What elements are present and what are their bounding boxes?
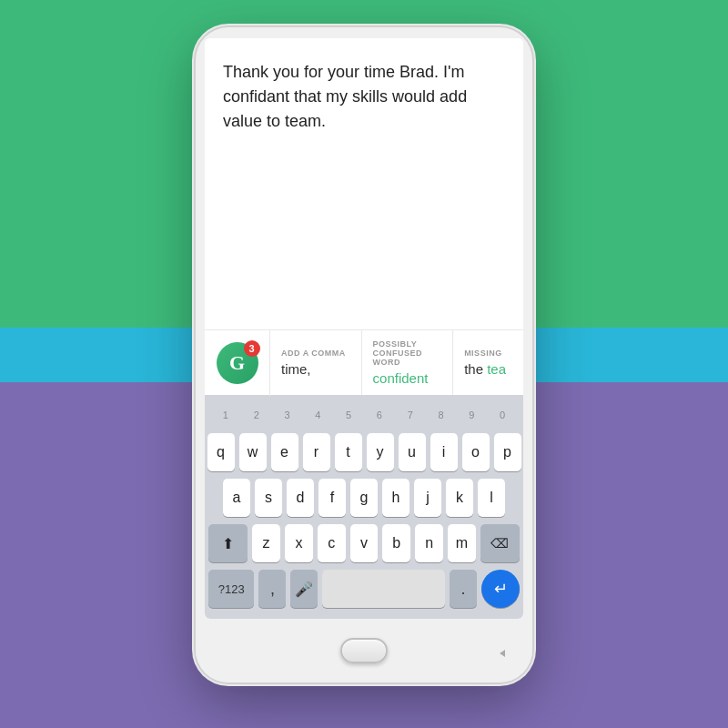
key-a[interactable]: a: [223, 479, 250, 517]
key-y[interactable]: y: [367, 433, 394, 471]
num-hint-1: 1: [210, 402, 241, 428]
key-v[interactable]: v: [350, 524, 379, 562]
phone-frame: Thank you for your time Brad. I'm confid…: [196, 27, 532, 682]
suggestion-bar: G 3 ADD A COMMA time, POSSIBLY CONFUSED …: [205, 329, 523, 395]
keyboard-row-1: q w e r t y u i o p: [208, 433, 520, 471]
key-j[interactable]: j: [414, 479, 441, 517]
key-c[interactable]: c: [318, 524, 346, 562]
num-hint-0: 0: [487, 402, 518, 428]
mic-key[interactable]: 🎤: [290, 570, 318, 608]
num-hint-5: 5: [333, 402, 364, 428]
keyboard: 1 2 3 4 5 6 7 8 9 0 q w e r t y u i: [205, 395, 523, 619]
phone-screen: Thank you for your time Brad. I'm confid…: [205, 38, 523, 619]
key-z[interactable]: z: [252, 524, 280, 562]
period-key[interactable]: .: [450, 570, 477, 608]
suggestion-word: tea: [487, 361, 506, 377]
back-icon: [494, 646, 509, 661]
home-button[interactable]: [340, 638, 388, 663]
key-w[interactable]: w: [239, 433, 267, 471]
space-key[interactable]: [322, 570, 445, 608]
suggestion-cards: ADD A COMMA time, POSSIBLY CONFUSED WORD…: [270, 330, 523, 395]
num-hint-6: 6: [364, 402, 395, 428]
keyboard-row-3: ⬆ z x c v b n m ⌫: [208, 524, 520, 562]
suggestion-value-3: the tea: [464, 361, 512, 377]
key-e[interactable]: e: [271, 433, 298, 471]
number-hints-row: 1 2 3 4 5 6 7 8 9 0: [208, 402, 520, 428]
key-g[interactable]: g: [350, 479, 378, 517]
phone-bottom: [196, 619, 532, 682]
return-icon: ↵: [494, 579, 508, 599]
key-t[interactable]: t: [335, 433, 362, 471]
key-d[interactable]: d: [287, 479, 314, 517]
key-f[interactable]: f: [318, 479, 346, 517]
key-n[interactable]: n: [415, 524, 443, 562]
suggestion-label-2: POSSIBLY CONFUSED WORD: [373, 339, 442, 367]
key-u[interactable]: u: [399, 433, 426, 471]
num-hint-4: 4: [302, 402, 333, 428]
key-m[interactable]: m: [448, 524, 476, 562]
num-hint-3: 3: [272, 402, 303, 428]
key-o[interactable]: o: [462, 433, 490, 471]
key-h[interactable]: h: [382, 479, 410, 517]
numbers-key[interactable]: ?123: [208, 570, 254, 608]
shift-icon: ⬆: [222, 535, 234, 552]
key-i[interactable]: i: [430, 433, 458, 471]
suggestion-text-1: time,: [281, 361, 311, 377]
suggestion-card-comma[interactable]: ADD A COMMA time,: [270, 330, 362, 395]
num-hint-2: 2: [241, 402, 272, 428]
num-hint-9: 9: [456, 402, 487, 428]
key-b[interactable]: b: [382, 524, 410, 562]
backspace-icon: ⌫: [490, 536, 509, 551]
key-l[interactable]: l: [478, 479, 505, 517]
message-text: Thank you for your time Brad. I'm confid…: [223, 60, 505, 134]
shift-key[interactable]: ⬆: [208, 524, 248, 562]
suggestion-card-missing[interactable]: MISSING the tea: [453, 330, 523, 395]
key-x[interactable]: x: [285, 524, 313, 562]
key-k[interactable]: k: [446, 479, 473, 517]
backspace-key[interactable]: ⌫: [480, 524, 520, 562]
num-hint-7: 7: [395, 402, 426, 428]
suggestion-value-1: time,: [281, 361, 350, 377]
key-s[interactable]: s: [255, 479, 282, 517]
keyboard-bottom-row: ?123 , 🎤 . ↵: [208, 570, 520, 608]
suggestion-card-confused[interactable]: POSSIBLY CONFUSED WORD confident: [362, 330, 454, 395]
suggestion-label-3: MISSING: [464, 349, 512, 358]
mic-icon: 🎤: [295, 581, 313, 598]
key-r[interactable]: r: [303, 433, 330, 471]
key-p[interactable]: p: [494, 433, 521, 471]
return-key[interactable]: ↵: [481, 570, 520, 608]
grammarly-badge: 3: [244, 340, 260, 357]
suggestion-label-1: ADD A COMMA: [281, 349, 350, 358]
grammarly-g-letter: G: [229, 351, 245, 375]
grammarly-circle: G 3: [217, 342, 258, 384]
key-q[interactable]: q: [207, 433, 235, 471]
keyboard-row-2: a s d f g h j k l: [208, 479, 520, 517]
num-hint-8: 8: [426, 402, 457, 428]
text-area[interactable]: Thank you for your time Brad. I'm confid…: [205, 38, 523, 329]
comma-key[interactable]: ,: [258, 570, 286, 608]
suggestion-value-2: confident: [373, 370, 442, 386]
suggestion-prefix: the: [464, 361, 487, 377]
back-button[interactable]: [492, 644, 511, 662]
grammarly-logo[interactable]: G 3: [205, 330, 270, 396]
